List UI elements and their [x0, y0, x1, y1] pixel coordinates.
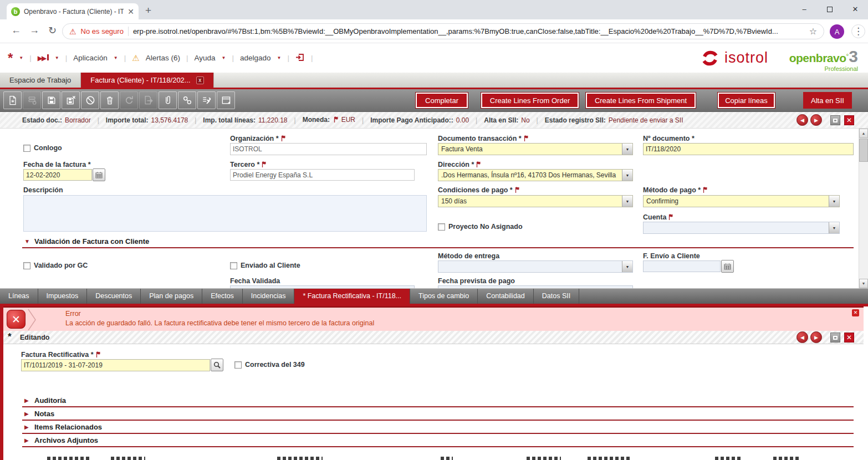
- delete-button[interactable]: [100, 91, 119, 109]
- factura-rectificativa-input[interactable]: [21, 359, 210, 371]
- window-minimize-icon[interactable]: –: [792, 0, 817, 18]
- section-notas[interactable]: Notas: [34, 410, 54, 418]
- dropdown-arrow-icon[interactable]: ▼: [829, 222, 839, 233]
- aplicacion-caret-icon[interactable]: ▼: [114, 55, 118, 60]
- user-caret-icon[interactable]: ▼: [277, 55, 281, 60]
- enviado-cliente-checkbox[interactable]: [230, 262, 237, 269]
- maximize-form-icon[interactable]: [830, 115, 840, 125]
- tab-factura-cliente[interactable]: Factura (Cliente) - IT/118/202... x: [81, 73, 213, 88]
- quick-run-icon[interactable]: ▶▶: [38, 54, 49, 62]
- link-flag-icon[interactable]: [524, 135, 528, 143]
- condiciones-pago-select[interactable]: 150 días▼: [438, 195, 633, 207]
- omnibox[interactable]: ⚠ No es seguro erp-pre.isotrol.net/openb…: [62, 23, 824, 39]
- descripcion-textarea[interactable]: [23, 195, 427, 232]
- url-text[interactable]: erp-pre.isotrol.net/openbravo/#%7Bst:1,b…: [133, 27, 805, 35]
- grid-view-button[interactable]: [217, 91, 235, 109]
- completar-button[interactable]: Completar: [416, 93, 468, 108]
- undo-button[interactable]: [81, 91, 99, 109]
- dropdown-arrow-icon[interactable]: ▼: [622, 196, 632, 207]
- fecha-factura-calendar-icon[interactable]: [93, 168, 105, 181]
- section-validacion-title[interactable]: Validación de Factura con Cliente: [34, 237, 149, 246]
- f-envio-input[interactable]: [643, 260, 721, 272]
- link-flag-icon[interactable]: [281, 135, 285, 143]
- save-close-button[interactable]: [62, 91, 80, 109]
- settings-button[interactable]: [197, 91, 216, 109]
- previous-record-icon[interactable]: ◀: [796, 331, 808, 343]
- tab-descuentos[interactable]: Descuentos: [87, 289, 141, 304]
- menu-user[interactable]: adelgado: [240, 54, 271, 62]
- num-documento-input[interactable]: [643, 143, 854, 155]
- metodo-pago-select[interactable]: Confirming▼: [643, 195, 840, 207]
- create-lines-from-order-button[interactable]: Create Lines From Order: [481, 93, 579, 108]
- close-form-icon[interactable]: ✕: [844, 333, 854, 343]
- items-relacionados-collapse-icon[interactable]: ▶: [24, 424, 29, 430]
- auditoria-collapse-icon[interactable]: ▶: [24, 397, 29, 403]
- not-secure-label[interactable]: No es seguro: [81, 27, 124, 35]
- create-lines-from-shipment-button[interactable]: Create Lines From Shipment: [586, 93, 696, 108]
- tab-contabilidad[interactable]: Contabilidad: [478, 289, 534, 304]
- notas-collapse-icon[interactable]: ▶: [24, 411, 29, 417]
- menu-alertas[interactable]: Alertas (6): [146, 54, 180, 62]
- logout-icon[interactable]: [295, 53, 305, 63]
- next-record-icon[interactable]: ▶: [810, 331, 822, 343]
- link-flag-icon[interactable]: [262, 161, 266, 169]
- tab-impuestos[interactable]: Impuestos: [38, 289, 88, 304]
- tab-tipos-de-cambio[interactable]: Tipos de cambio: [410, 289, 478, 304]
- search-icon[interactable]: [211, 359, 223, 371]
- dropdown-arrow-icon[interactable]: ▼: [622, 144, 632, 155]
- previous-record-icon[interactable]: ◀: [796, 114, 808, 126]
- section-collapse-icon[interactable]: ▼: [24, 238, 30, 244]
- menu-ayuda[interactable]: Ayuda: [194, 54, 215, 62]
- window-close-icon[interactable]: ✕: [843, 0, 868, 18]
- documento-transaccion-select[interactable]: Factura Venta▼: [438, 143, 633, 155]
- form-scrollbar[interactable]: ▲ ▼: [859, 129, 868, 288]
- quick-launch-icon[interactable]: *: [8, 54, 13, 62]
- scrollbar-thumb[interactable]: [859, 139, 868, 162]
- section-items-relacionados[interactable]: Items Relacionados: [34, 423, 102, 431]
- link-flag-icon[interactable]: [96, 351, 100, 359]
- dropdown-arrow-icon[interactable]: ▼: [622, 261, 632, 272]
- cuenta-select[interactable]: ▼: [643, 222, 840, 234]
- metodo-entrega-select[interactable]: ▼: [438, 260, 633, 273]
- close-form-icon[interactable]: ✕: [844, 115, 854, 125]
- attachment-button[interactable]: [159, 91, 177, 109]
- scroll-up-icon[interactable]: ▲: [859, 129, 868, 138]
- conlogo-checkbox[interactable]: [23, 145, 30, 152]
- link-flag-icon[interactable]: [668, 214, 673, 222]
- browser-tab[interactable]: b Openbravo - Factura (Cliente) - IT ✕: [7, 3, 139, 19]
- direccion-select[interactable]: .Dos Hermanas, Ínsula nº16, 41703 Dos He…: [438, 169, 633, 181]
- tercero-input[interactable]: [230, 169, 415, 181]
- validado-gc-checkbox[interactable]: [23, 262, 30, 269]
- link-flag-icon[interactable]: [334, 116, 338, 124]
- fecha-factura-input[interactable]: [23, 169, 92, 181]
- new-record-button[interactable]: [3, 91, 22, 109]
- section-archivos-adjuntos[interactable]: Archivos Adjuntos: [34, 436, 98, 444]
- tab-datos-sii[interactable]: Datos SII: [534, 289, 579, 304]
- error-close-icon[interactable]: ✕: [852, 309, 859, 316]
- window-maximize-icon[interactable]: [817, 0, 843, 18]
- proyecto-no-asignado-checkbox[interactable]: [438, 223, 445, 231]
- tab-close-icon[interactable]: ✕: [127, 8, 134, 16]
- copiar-lineas-button[interactable]: Copiar líneas: [718, 93, 775, 108]
- tab-lineas[interactable]: Líneas: [0, 289, 38, 304]
- save-button[interactable]: [42, 91, 60, 109]
- quick-run-caret-icon[interactable]: ▼: [55, 55, 59, 60]
- tab-efectos[interactable]: Efectos: [202, 289, 243, 304]
- quick-launch-caret-icon[interactable]: ▼: [19, 55, 23, 60]
- dropdown-arrow-icon[interactable]: ▼: [829, 196, 839, 207]
- back-icon[interactable]: ←: [11, 24, 21, 36]
- link-flag-icon[interactable]: [703, 187, 707, 195]
- section-auditoria[interactable]: Auditoría: [34, 396, 66, 405]
- archivos-adjuntos-collapse-icon[interactable]: ▶: [24, 437, 29, 443]
- link-button[interactable]: [178, 91, 196, 109]
- ayuda-caret-icon[interactable]: ▼: [221, 55, 226, 60]
- link-flag-icon[interactable]: [515, 187, 519, 195]
- bookmark-star-icon[interactable]: ☆: [809, 26, 817, 37]
- browser-avatar[interactable]: A: [830, 24, 844, 39]
- correctiva-349-checkbox[interactable]: [234, 361, 242, 369]
- f-envio-calendar-icon[interactable]: [721, 260, 734, 273]
- new-tab-button[interactable]: +: [145, 4, 151, 17]
- scroll-down-icon[interactable]: ▼: [859, 279, 868, 288]
- link-flag-icon[interactable]: [476, 161, 481, 169]
- dropdown-arrow-icon[interactable]: ▼: [622, 170, 632, 181]
